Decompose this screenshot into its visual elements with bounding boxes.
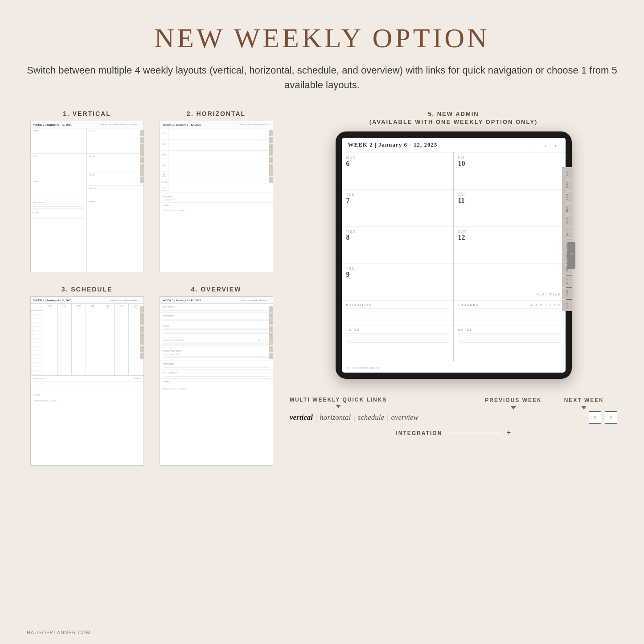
admin-day-tue: TUE 7 [342, 189, 454, 226]
horizontal-thumbnail[interactable]: WEEK 2 | January 6 - 12, 2025 vertical |… [160, 121, 273, 272]
thumb-tabs-v: J F M A M J J A [140, 130, 144, 183]
previous-week-arrow [511, 406, 516, 410]
overview-label: 4. OVERVIEW [191, 286, 242, 293]
admin-day-mon: MON 6 [342, 152, 454, 189]
thumb-tabs-s: J F M A M J J A [140, 306, 144, 359]
admin-day-grid: MON 6 FRI 10 [342, 152, 566, 300]
layouts-container: 1. VERTICAL WEEK 2 | January 6 - 12, 202… [27, 110, 617, 466]
admin-screen-header: WEEK 2 | January 6 - 12, 2025 + ‹ › [342, 138, 566, 152]
link-horizontal[interactable]: horizontal [320, 413, 351, 422]
copyright-o: © HAUSLIST PLANNER [160, 387, 273, 391]
watermark: HAUSOFPLANNER.COM [27, 630, 91, 635]
tab-may[interactable]: MAY [562, 215, 572, 227]
admin-day-fri: FRI 10 [454, 152, 566, 189]
tab-feb[interactable]: FEB [562, 179, 572, 191]
ipad-screen: WEEK 2 | January 6 - 12, 2025 + ‹ › [342, 138, 566, 373]
tab-oct[interactable]: OCT [562, 275, 572, 287]
prev-next-arrows: < > [589, 411, 617, 424]
ipad-frame: WEEK 2 | January 6 - 12, 2025 + ‹ › [336, 131, 572, 379]
integration-line [447, 433, 501, 434]
prev-nav-icon[interactable]: ‹ [542, 141, 550, 148]
admin-day-wed: WED 8 [342, 226, 454, 263]
left-column: 1. VERTICAL WEEK 2 | January 6 - 12, 202… [27, 110, 276, 466]
admin-day-sat: SAT 11 [454, 189, 566, 226]
prev-week-button[interactable]: < [589, 411, 601, 424]
layout-overview: 4. OVERVIEW WEEK 2 | January 6 - 12, 202… [156, 286, 276, 466]
thumb-nav-o: vertical | horizontal | schedule < > [240, 299, 270, 301]
prev-next-group: PREVIOUS WEEK NEXT WEEK [485, 397, 604, 410]
bottom-layout-pair: 3. SCHEDULE WEEK 2 | January 6 - 12, 202… [27, 286, 276, 466]
integration-row: INTEGRATION + [290, 428, 617, 438]
tab-jan[interactable]: JAN [562, 167, 572, 179]
link-overview[interactable]: overview [391, 413, 418, 422]
sidebar-handle[interactable] [567, 242, 575, 269]
admin-day-sun: SUN 12 [454, 226, 566, 263]
multi-weekly-arrow [336, 405, 341, 408]
bottom-nav-area: MULTI WEEKLY QUICK LINKS PREVIOUS WEEK N… [290, 397, 617, 438]
thumb-tabs-o: J F M A M J J A [269, 306, 273, 359]
admin-next-week: NEXT WEEK [454, 263, 566, 300]
admin-todo-notes: TO DO NOTES [342, 325, 566, 361]
thumb-week-label-o: WEEK 2 | January 6 - 12, 2025 [163, 299, 201, 302]
add-nav-icon[interactable]: + [533, 141, 540, 148]
admin-layout-label: 5. NEW ADMIN (AVAILABLE WITH ONE WEEKLY … [369, 110, 538, 126]
integration-label: INTEGRATION [396, 430, 443, 436]
thumb-nav-s: vertical | horizontal | schedule < > [111, 299, 141, 301]
schedule-thumbnail[interactable]: WEEK 2 | January 6 - 12, 2025 vertical |… [30, 296, 144, 466]
multi-weekly-group: MULTI WEEKLY QUICK LINKS [290, 397, 387, 408]
previous-week-group: PREVIOUS WEEK [485, 397, 541, 410]
thumb-nav-h: vertical | horizontal | schedule < > [240, 123, 270, 126]
ipad-tabs-right: JAN FEB MAR APR MAY JUN JUL AUG SEP OCT … [562, 167, 572, 311]
next-week-arrow [581, 406, 587, 410]
link-schedule[interactable]: schedule [358, 413, 384, 422]
top-layout-pair: 1. VERTICAL WEEK 2 | January 6 - 12, 202… [27, 110, 276, 272]
ipad-container: 5. NEW ADMIN (AVAILABLE WITH ONE WEEKLY … [290, 110, 617, 379]
thumb-week-label-v: WEEK 2 | January 6 - 12, 2025 [33, 123, 72, 126]
next-week-button[interactable]: > [605, 411, 617, 424]
thumb-tabs-h: J F M A M J J A [269, 130, 273, 183]
next-week-group: NEXT WEEK [564, 397, 604, 410]
copyright-h: © HAUSLIST PLANNER [160, 209, 273, 213]
vertical-thumbnail[interactable]: WEEK 2 | January 6 - 12, 2025 vertical |… [30, 121, 144, 272]
tab-apr[interactable]: APR [562, 203, 572, 215]
tab-mar[interactable]: MAR [562, 191, 572, 203]
schedule-label: 3. SCHEDULE [62, 286, 113, 293]
page-title: NEW WEEKLY OPTION [27, 22, 617, 54]
tab-dec[interactable]: DEC [562, 299, 572, 311]
thumb-week-label-h: WEEK 2 | January 6 - 12, 2025 [163, 123, 201, 126]
admin-week-title: WEEK 2 | January 6 - 12, 2025 [348, 141, 438, 148]
nav-links-list: vertical | horizontal | schedule | overv… [290, 413, 418, 422]
thumb-nav-v: vertical | horizontal | schedule | overv… [101, 123, 141, 126]
copyright-s: © HAUSLIST PLANNER [31, 399, 144, 403]
right-column: 5. NEW ADMIN (AVAILABLE WITH ONE WEEKLY … [290, 110, 617, 438]
nav-labels-row: MULTI WEEKLY QUICK LINKS PREVIOUS WEEK N… [290, 397, 617, 410]
admin-priorities-tracker: PRIORITIES TRACKER M T W T F S S [342, 300, 566, 325]
layout-schedule: 3. SCHEDULE WEEK 2 | January 6 - 12, 202… [27, 286, 147, 466]
layout-horizontal: 2. HORIZONTAL WEEK 2 | January 6 - 12, 2… [156, 110, 276, 272]
ipad-wrapper: WEEK 2 | January 6 - 12, 2025 + ‹ › [336, 131, 572, 379]
main-container: NEW WEEKLY OPTION Switch between multipl… [0, 0, 644, 644]
layout-vertical: 1. VERTICAL WEEK 2 | January 6 - 12, 202… [27, 110, 147, 272]
horizontal-label: 2. HORIZONTAL [187, 110, 246, 117]
tab-jun[interactable]: JUN [562, 227, 572, 239]
nav-links-row: vertical | horizontal | schedule | overv… [290, 411, 617, 424]
overview-thumbnail[interactable]: WEEK 2 | January 6 - 12, 2025 vertical |… [160, 296, 273, 466]
integration-plus[interactable]: + [506, 428, 511, 438]
thumb-week-label-s: WEEK 2 | January 6 - 12, 2025 [33, 299, 72, 302]
admin-day-thu: THU 9 [342, 263, 454, 300]
tab-nov[interactable]: NOV [562, 287, 572, 299]
page-subtitle: Switch between multiple 4 weekly layouts… [27, 63, 617, 92]
admin-nav-icons: + ‹ › [533, 141, 559, 148]
vertical-label: 1. VERTICAL [63, 110, 111, 117]
admin-copyright: © HAUSLIST PLANNER [342, 361, 566, 373]
next-nav-icon[interactable]: › [552, 141, 559, 148]
link-vertical[interactable]: vertical [290, 413, 313, 422]
